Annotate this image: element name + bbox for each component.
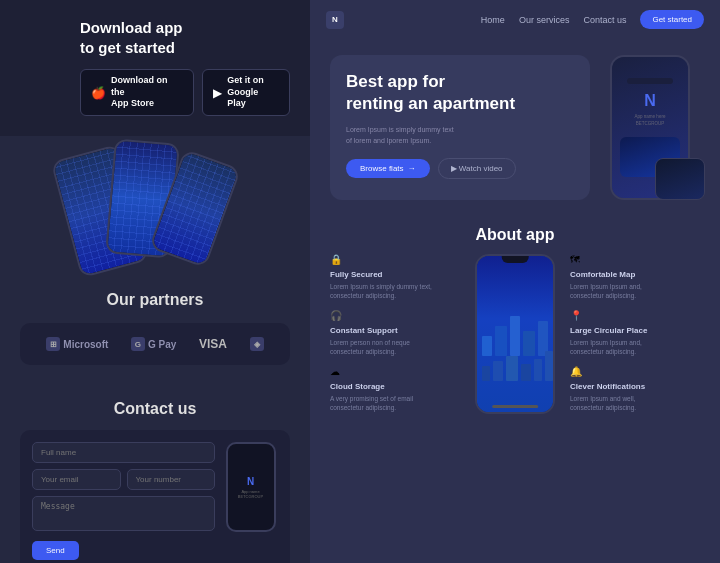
notifications-desc: Lorem Ipsum and well, consectetur adipis… [570, 394, 700, 412]
secured-name: Fully Secured [330, 270, 460, 279]
name-input[interactable] [32, 442, 215, 463]
hero-phone-area: N App name hereBETCGROUP [600, 55, 700, 200]
partners-section: Our partners ⊞ Microsoft G G Pay VISA ◈ [0, 271, 310, 385]
about-section: About app 🔒 Fully Secured Lorem Ipsum is… [310, 216, 720, 563]
hero-phone-secondary [655, 158, 705, 200]
partner-microsoft: ⊞ Microsoft [46, 337, 108, 351]
hero-phone-tagline: App name hereBETCGROUP [635, 114, 666, 128]
logo-icon: N [326, 11, 344, 29]
playstore-button[interactable]: ▶ Get it on Google Play [202, 69, 290, 116]
feature-support: 🎧 Constant Support Lorem person non of n… [330, 310, 460, 356]
hero-buttons: Browse flats → ▶ Watch video [346, 158, 574, 179]
svg-rect-4 [538, 321, 548, 356]
nav-logo: N [326, 11, 344, 29]
cloud-icon: ☁ [330, 366, 460, 377]
center-phone [475, 254, 555, 414]
svg-rect-5 [482, 366, 490, 381]
download-title: Download app to get started [20, 18, 183, 57]
svg-rect-1 [495, 326, 507, 356]
browse-flats-button[interactable]: Browse flats → [346, 159, 430, 178]
svg-rect-2 [510, 316, 520, 356]
play-icon: ▶ [213, 86, 222, 100]
nav-cta-button[interactable]: Get started [640, 10, 704, 29]
partners-logos-container: ⊞ Microsoft G G Pay VISA ◈ [20, 323, 290, 365]
places-name: Large Circular Place [570, 326, 700, 335]
feature-secured: 🔒 Fully Secured Lorem Ipsum is simply du… [330, 254, 460, 300]
nav-link-contact[interactable]: Contact us [583, 15, 626, 25]
hero-phone-logo: N [644, 92, 656, 110]
places-desc: Lorem Ipsum Ipsum and, consectetur adipi… [570, 338, 700, 356]
partner-gpay: G G Pay [131, 337, 176, 351]
hero-title: Best app for renting an apartment [346, 71, 574, 115]
secured-icon: 🔒 [330, 254, 460, 265]
contact-phone-logo: N [247, 476, 254, 487]
watch-video-button[interactable]: ▶ Watch video [438, 158, 516, 179]
partner-visa: VISA [199, 337, 227, 351]
feature-cloud: ☁ Cloud Storage A very promising set of … [330, 366, 460, 412]
nav-link-services[interactable]: Our services [519, 15, 570, 25]
contact-phone-mini: N App nameBETCGROUP [223, 442, 278, 532]
hero-subtitle: Lorem Ipsum is simply dummy text of lore… [346, 125, 574, 146]
gpay-icon: G [131, 337, 145, 351]
navbar: N Home Our services Contact us Get start… [310, 0, 720, 39]
svg-rect-10 [545, 351, 553, 381]
about-title: About app [330, 226, 700, 244]
left-panel: Download app to get started 🍎 Download o… [0, 0, 310, 563]
contact-form: Send N App nameBETCGROUP [20, 430, 290, 563]
app-store-buttons: 🍎 Download on the App Store ▶ Get it on … [20, 69, 290, 116]
hero-content: Best app for renting an apartment Lorem … [330, 55, 590, 200]
contact-section: Contact us Send N App nameBETCGROUP [0, 385, 310, 563]
notifications-name: Clever Notifications [570, 382, 700, 391]
playstore-text: Get it on Google Play [227, 75, 279, 110]
appstore-button[interactable]: 🍎 Download on the App Store [80, 69, 194, 116]
features-left: 🔒 Fully Secured Lorem Ipsum is simply du… [330, 254, 460, 413]
send-button[interactable]: Send [32, 541, 79, 560]
support-icon: 🎧 [330, 310, 460, 321]
places-icon: 📍 [570, 310, 700, 321]
email-input[interactable] [32, 469, 121, 490]
features-right: 🗺 Comfortable Map Lorem Ipsum Ipsum and,… [570, 254, 700, 413]
play-icon: ▶ [451, 164, 459, 173]
arrow-icon: → [408, 164, 416, 173]
svg-rect-9 [534, 359, 542, 381]
binance-icon: ◈ [250, 337, 264, 351]
phone-input[interactable] [127, 469, 216, 490]
contact-phone-tagline: App nameBETCGROUP [238, 489, 263, 499]
cloud-name: Cloud Storage [330, 382, 460, 391]
svg-rect-8 [521, 364, 531, 381]
svg-rect-3 [523, 331, 535, 356]
center-phone-screen [477, 256, 553, 412]
hero-section: Best app for renting an apartment Lorem … [310, 39, 720, 216]
feature-notifications: 🔔 Clever Notifications Lorem Ipsum and w… [570, 366, 700, 412]
feature-places: 📍 Large Circular Place Lorem Ipsum Ipsum… [570, 310, 700, 356]
center-phone-wrap [470, 254, 560, 414]
contact-title: Contact us [20, 400, 290, 418]
secured-desc: Lorem Ipsum is simply dummy text, consec… [330, 282, 460, 300]
visa-icon: VISA [199, 337, 227, 351]
hero-card: Best app for renting an apartment Lorem … [330, 55, 590, 200]
about-grid: 🔒 Fully Secured Lorem Ipsum is simply du… [330, 254, 700, 414]
svg-rect-7 [506, 356, 518, 381]
download-section: Download app to get started 🍎 Download o… [0, 0, 310, 136]
partners-title: Our partners [20, 291, 290, 309]
map-desc: Lorem Ipsum Ipsum and, consectetur adipi… [570, 282, 700, 300]
notifications-icon: 🔔 [570, 366, 700, 377]
appstore-text: Download on the App Store [111, 75, 183, 110]
apple-icon: 🍎 [91, 86, 106, 100]
phone-notch [627, 78, 673, 84]
nav-link-home[interactable]: Home [481, 15, 505, 25]
message-input[interactable] [32, 496, 215, 531]
feature-map: 🗺 Comfortable Map Lorem Ipsum Ipsum and,… [570, 254, 700, 300]
phone-top-notch [502, 256, 529, 263]
partner-binance: ◈ [250, 337, 264, 351]
cloud-desc: A very promising set of email consectetu… [330, 394, 460, 412]
svg-rect-6 [493, 361, 503, 381]
phone-home-indicator [492, 405, 538, 408]
support-name: Constant Support [330, 326, 460, 335]
city-svg [477, 256, 555, 414]
support-desc: Lorem person non of neque consectetur ad… [330, 338, 460, 356]
email-phone-row [32, 469, 215, 490]
contact-inputs: Send [32, 442, 215, 560]
right-panel: N Home Our services Contact us Get start… [310, 0, 720, 563]
contact-phone-mock: N App nameBETCGROUP [226, 442, 276, 532]
